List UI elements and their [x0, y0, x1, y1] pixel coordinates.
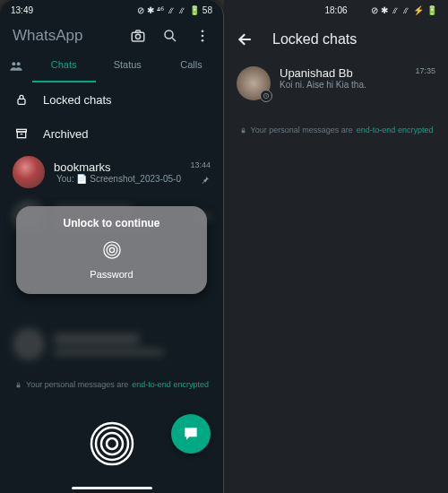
- encryption-link[interactable]: end-to-end encrypted: [357, 125, 434, 134]
- status-icons: ⊘ ✱ ⫽ ⫽ ⚡ 🔋: [371, 5, 437, 15]
- status-time: 18:06: [324, 5, 347, 15]
- chat-item[interactable]: Upanishad Bb Koi ni. Aise hi Kia tha. 17…: [224, 59, 448, 108]
- archived-row[interactable]: Archived: [0, 117, 223, 151]
- encryption-link[interactable]: end-to-end encrypted: [132, 380, 209, 389]
- encryption-note: Your personal messages are end-to-end en…: [224, 113, 448, 147]
- page-title: Locked chats: [272, 31, 357, 48]
- status-icons: ⊘ ✱ ⁴⁶ ⫽ ⫽ 🔋 58: [137, 5, 212, 15]
- dialog-password[interactable]: Password: [16, 269, 207, 280]
- locked-chats-screen: 18:06 ⊘ ✱ ⫽ ⫽ ⚡ 🔋 Locked chats Upanishad…: [224, 0, 448, 493]
- tab-community[interactable]: [0, 52, 32, 82]
- new-chat-fab[interactable]: [171, 414, 211, 454]
- status-time: 13:49: [11, 5, 33, 15]
- encryption-note: Your personal messages are end-to-end en…: [0, 368, 223, 402]
- locked-chats-label: Locked chats: [43, 93, 112, 107]
- tab-bar: Chats Status Calls: [0, 52, 223, 82]
- more-icon[interactable]: [194, 28, 211, 44]
- svg-point-18: [91, 423, 133, 464]
- svg-point-16: [101, 433, 123, 454]
- chat-time: 17:35: [415, 66, 435, 100]
- screen-header: Locked chats: [224, 20, 448, 59]
- chat-preview: You: 📄 Screenshot_2023-05-01-13-43-46-81…: [54, 174, 181, 184]
- fingerprint-icon[interactable]: [100, 238, 124, 262]
- chat-preview: Koi ni. Aise hi Kia tha.: [280, 80, 406, 90]
- locked-chats-row[interactable]: Locked chats: [0, 82, 223, 117]
- avatar: [13, 156, 45, 188]
- tab-chats[interactable]: Chats: [32, 52, 96, 82]
- avatar: [237, 66, 271, 100]
- svg-point-7: [16, 62, 20, 65]
- tab-calls[interactable]: Calls: [159, 52, 223, 82]
- svg-point-15: [107, 438, 117, 449]
- svg-rect-20: [241, 130, 245, 133]
- dialog-title: Unlock to continue: [16, 217, 207, 229]
- chat-name: Upanishad Bb: [280, 66, 406, 80]
- chat-time: 13:44: [190, 160, 211, 169]
- tab-status[interactable]: Status: [96, 52, 159, 82]
- nav-handle[interactable]: [72, 487, 152, 489]
- svg-rect-8: [18, 99, 25, 104]
- svg-point-5: [202, 39, 204, 42]
- disappearing-icon: [260, 90, 272, 102]
- svg-point-3: [202, 30, 204, 32]
- svg-point-12: [109, 247, 114, 252]
- svg-point-13: [107, 245, 117, 255]
- svg-point-1: [135, 34, 140, 39]
- lock-icon: [13, 91, 30, 108]
- svg-point-4: [202, 35, 204, 38]
- status-bar: 18:06 ⊘ ✱ ⫽ ⫽ ⚡ 🔋: [224, 0, 448, 20]
- fingerprint-sensor-icon[interactable]: [90, 421, 134, 466]
- chat-item-bookmarks[interactable]: bookmarks You: 📄 Screenshot_2023-05-01-1…: [0, 151, 223, 194]
- app-title: WhatsApp: [13, 27, 82, 45]
- svg-rect-10: [17, 132, 25, 138]
- archive-icon: [13, 125, 30, 143]
- camera-icon[interactable]: [130, 28, 146, 44]
- back-icon[interactable]: [237, 30, 254, 48]
- archived-label: Archived: [43, 127, 89, 141]
- app-header: WhatsApp: [0, 20, 223, 52]
- svg-point-6: [12, 62, 15, 65]
- unlock-dialog: Unlock to continue Password: [16, 206, 207, 294]
- chat-name: bookmarks: [54, 160, 181, 174]
- pin-icon: [200, 175, 211, 186]
- svg-rect-11: [17, 385, 21, 387]
- status-bar: 13:49 ⊘ ✱ ⁴⁶ ⫽ ⫽ 🔋 58: [0, 0, 223, 20]
- whatsapp-main-screen: 13:49 ⊘ ✱ ⁴⁶ ⫽ ⫽ 🔋 58 WhatsApp Chats Sta…: [0, 0, 224, 493]
- blurred-chat: [0, 321, 223, 368]
- search-icon[interactable]: [162, 28, 178, 44]
- svg-point-2: [165, 30, 173, 39]
